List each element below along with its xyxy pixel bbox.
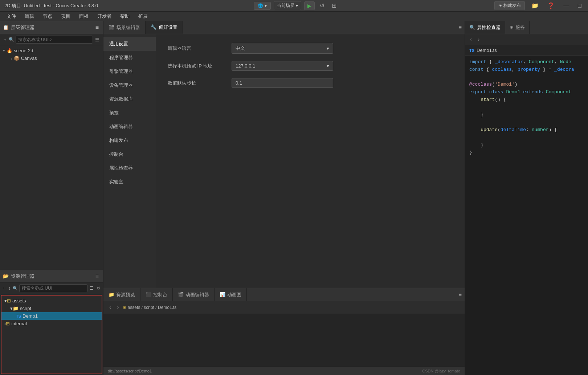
title-bar: 2D 项目: Untitled - test - Cocos Creator 3…: [0, 0, 588, 12]
scene-icon: 🔥: [7, 48, 12, 53]
prefs-select-ip[interactable]: 127.0.0.1 ▾: [232, 61, 333, 71]
menu-developer[interactable]: 开发者: [94, 12, 115, 20]
console-label: 控制台: [153, 292, 167, 298]
inspector-back-btn[interactable]: ‹: [468, 36, 474, 44]
bottom-tab-menu-btn[interactable]: ≡: [456, 292, 465, 297]
services-label: 服务: [515, 24, 525, 31]
refresh-button[interactable]: ↺: [318, 1, 327, 10]
folder-icon-btn[interactable]: 📁: [529, 1, 541, 10]
build-publish-button[interactable]: ✈ 构建发布: [494, 1, 525, 10]
menu-file[interactable]: 文件: [3, 12, 20, 20]
inspector-forward-btn[interactable]: ›: [475, 36, 482, 44]
breadcrumb-forward-btn[interactable]: ›: [115, 303, 121, 311]
prefs-label-language: 编辑器语言: [168, 45, 226, 52]
bottom-file-area: [103, 314, 465, 361]
scene-label: 当前场景: [277, 3, 294, 9]
assets-tree-border: ▾ ⊞ assets ▾ 📁 script TS Demo1 ›: [1, 295, 102, 374]
assets-item-assets[interactable]: ▾ ⊞ assets: [1, 297, 102, 305]
title-bar-center: 🌐 ▾ 当前场景 ▾ ▶ ↺ ⊞: [254, 1, 339, 10]
globe-icon-btn[interactable]: 🌐 ▾: [254, 2, 271, 10]
menu-project[interactable]: 项目: [57, 12, 74, 20]
hierarchy-sort-btn[interactable]: ☰: [94, 37, 100, 42]
bottom-tab-console[interactable]: ⬛ 控制台: [140, 288, 173, 301]
play-button[interactable]: ▶: [304, 1, 315, 10]
hierarchy-title: 层级管理器: [11, 24, 92, 31]
language-value: 中文: [236, 45, 245, 52]
left-panel: 📋 层级管理器 ≡ + 🔍 ☰ ▾ 🔥 scene-2d › 📦: [0, 21, 103, 375]
menu-help[interactable]: 帮助: [117, 12, 133, 20]
inspector-label: 属性检查器: [477, 24, 501, 31]
hierarchy-add-btn[interactable]: +: [3, 37, 7, 42]
prefs-item-device[interactable]: 设备管理器: [103, 78, 156, 92]
prefs-select-language[interactable]: 中文 ▾: [232, 43, 333, 54]
tab-preferences[interactable]: 🔧 偏好设置: [146, 21, 183, 34]
prefs-item-general[interactable]: 通用设置: [103, 37, 156, 51]
anim-editor-label: 动画编辑器: [185, 292, 209, 298]
assets-item-demo1[interactable]: TS Demo1: [1, 312, 102, 320]
assets-title: 资源管理器: [11, 273, 92, 280]
menu-panel[interactable]: 面板: [75, 12, 92, 20]
prefs-item-inspector[interactable]: 属性检查器: [103, 161, 156, 175]
prefs-label-step: 数值默认步长: [168, 80, 226, 86]
grid-view-button[interactable]: ⊞: [330, 1, 339, 10]
prefs-input-step[interactable]: [232, 78, 333, 88]
breadcrumb-folder-icon: ⊞: [123, 305, 126, 310]
help-button[interactable]: ❓: [545, 1, 557, 10]
internal-icon: ⊞: [6, 321, 10, 326]
tree-node-scene2d[interactable]: ▾ 🔥 scene-2d: [0, 47, 103, 54]
prefs-item-build[interactable]: 构建发布: [103, 134, 156, 147]
assets-add-btn[interactable]: +: [2, 286, 6, 291]
assets-item-internal[interactable]: › ⊞ internal: [1, 320, 102, 327]
breadcrumb-back-btn[interactable]: ‹: [107, 303, 113, 311]
minimize-button[interactable]: —: [561, 2, 571, 10]
tree-node-canvas[interactable]: › 📦 Canvas: [0, 54, 103, 62]
preview-label: 资源预览: [116, 292, 135, 298]
hierarchy-tree: ▾ 🔥 scene-2d › 📦 Canvas: [0, 45, 103, 270]
canvas-label: Canvas: [21, 56, 37, 61]
prefs-item-engine[interactable]: 引擎管理器: [103, 65, 156, 78]
assets-item-script[interactable]: ▾ 📁 script: [1, 305, 102, 312]
scene-editor-label: 场景编辑器: [117, 24, 140, 31]
maximize-button[interactable]: □: [576, 2, 584, 10]
tab-scene-editor[interactable]: 🎬 场景编辑器: [103, 21, 146, 34]
anim-graph-label: 动画图: [227, 292, 241, 298]
bottom-breadcrumb: ‹ › ⊞ assets / script / Demo1.ts: [103, 301, 465, 314]
assets-toolbar: + ↕ 🔍 ☰ ↺: [0, 283, 103, 294]
menu-extend[interactable]: 扩展: [135, 12, 151, 20]
scene-editor-icon: 🎬: [109, 25, 114, 30]
scene2d-label: scene-2d: [14, 48, 33, 53]
assets-search-input[interactable]: [19, 284, 87, 292]
right-tab-inspector[interactable]: 🔍 属性检查器: [465, 21, 505, 34]
right-nav-btns: ‹ ›: [465, 34, 588, 45]
assets-refresh-btn[interactable]: ↺: [96, 286, 101, 291]
title-bar-left: 2D 项目: Untitled - test - Cocos Creator 3…: [4, 3, 98, 9]
scene-select[interactable]: 当前场景 ▾: [274, 1, 301, 10]
prefs-label: 偏好设置: [159, 24, 177, 30]
bottom-tab-anim-graph[interactable]: 📊 动画图: [215, 288, 247, 301]
bottom-tab-anim-editor[interactable]: 🎬 动画编辑器: [173, 288, 215, 301]
code-filename: Demo1.ts: [477, 48, 497, 53]
globe-chevron: ▾: [265, 3, 267, 8]
assets-sort-btn[interactable]: ↕: [8, 286, 11, 291]
hierarchy-search-input[interactable]: [16, 36, 93, 44]
prefs-item-program[interactable]: 程序管理器: [103, 51, 156, 65]
assets-menu-btn[interactable]: ≡: [94, 273, 100, 280]
prefs-item-console[interactable]: 控制台: [103, 147, 156, 161]
assets-icon: ⊞: [7, 298, 11, 303]
assets-list-btn[interactable]: ☰: [89, 286, 94, 291]
hierarchy-panel-icon: 📋: [3, 25, 9, 30]
bottom-tab-preview[interactable]: 📁 资源预览: [103, 288, 140, 301]
menu-node[interactable]: 节点: [39, 12, 56, 20]
hierarchy-menu-btn[interactable]: ≡: [94, 24, 100, 31]
prefs-item-preview[interactable]: 预览: [103, 106, 156, 120]
center-tab-menu-btn[interactable]: ≡: [456, 25, 465, 30]
menu-edit[interactable]: 编辑: [21, 12, 38, 20]
right-tab-services[interactable]: ⊞ 服务: [505, 21, 530, 34]
prefs-item-anim-editor[interactable]: 动画编辑器: [103, 120, 156, 134]
prefs-item-resource[interactable]: 资源数据库: [103, 92, 156, 106]
inspector-icon: 🔍: [469, 25, 475, 30]
preferences-content: 通用设置 程序管理器 引擎管理器 设备管理器 资源数据库 预览 动画编辑器 构建…: [103, 34, 465, 288]
prefs-item-lab[interactable]: 实验室: [103, 175, 156, 189]
bottom-content: ‹ › ⊞ assets / script / Demo1.ts db://as…: [103, 301, 465, 375]
bottom-tab-bar: 📁 资源预览 ⬛ 控制台 🎬 动画编辑器 📊 动画图 ≡: [103, 288, 465, 301]
